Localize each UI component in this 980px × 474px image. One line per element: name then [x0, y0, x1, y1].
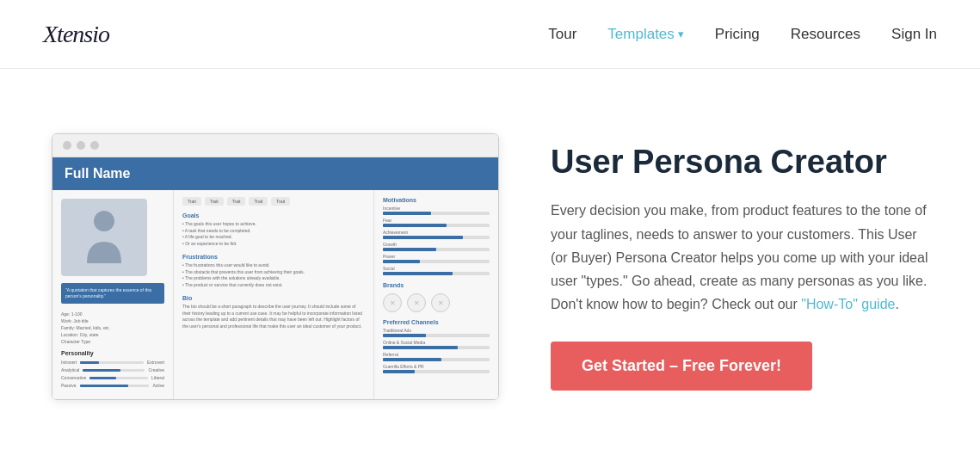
- persona-avatar: [61, 199, 147, 276]
- persona-left-col: "A quotation that captures the essence o…: [52, 190, 173, 399]
- nav-tour[interactable]: Tour: [548, 26, 576, 43]
- frustrations-section: Frustrations • The frustrations this use…: [182, 254, 365, 288]
- channel-guerrilla: Guerrilla Efforts & PR: [383, 364, 490, 373]
- brand-3: ✕: [431, 293, 450, 312]
- howto-link[interactable]: "How-To" guide: [801, 297, 895, 311]
- channel-traditional: Traditional Ads: [383, 328, 490, 337]
- persona-middle-col: Trait Trait Trait Trait Trait Goals • Th…: [173, 190, 373, 399]
- brands-heading: Brands: [383, 282, 490, 288]
- channels-section: Preferred Channels Traditional Ads Onlin…: [383, 319, 490, 373]
- goals-heading: Goals: [182, 212, 365, 219]
- goals-section: Goals • The goals this user hopes to ach…: [182, 212, 365, 247]
- personality-section: Personality Introvert Extrovert Analytic…: [61, 350, 164, 388]
- main-nav: Tour Templates Pricing Resources Sign In: [548, 26, 937, 43]
- nav-templates[interactable]: Templates: [607, 26, 683, 43]
- persona-preview: Full Name "A quotation that captur: [52, 133, 499, 400]
- bio-heading: Bio: [182, 295, 365, 301]
- personality-row-1: Introvert Extrovert: [61, 360, 164, 365]
- bio-text: The bio should be a short paragraph to d…: [182, 304, 365, 329]
- motiv-incentive: Incentive: [383, 206, 490, 215]
- bio-section: Bio The bio should be a short paragraph …: [182, 295, 365, 329]
- motivations-heading: Motivations: [383, 197, 490, 203]
- motiv-achievement: Achievement: [383, 230, 490, 239]
- browser-bar: [52, 134, 498, 157]
- site-header: Xtensio Tour Templates Pricing Resources…: [0, 0, 980, 69]
- channel-online: Online & Social Media: [383, 340, 490, 349]
- brands-section: Brands ✕ ✕ ✕: [383, 282, 490, 312]
- browser-dot-1: [63, 141, 71, 150]
- motiv-social: Social: [383, 266, 490, 275]
- brand-2: ✕: [407, 293, 426, 312]
- persona-info: Age: 1-100 Work: Job title Family: Marri…: [61, 311, 164, 345]
- brand-1: ✕: [383, 293, 402, 312]
- site-logo[interactable]: Xtensio: [43, 21, 109, 48]
- browser-dot-3: [90, 141, 99, 150]
- persona-header: Full Name: [52, 157, 498, 190]
- motiv-fear: Fear: [383, 218, 490, 227]
- persona-frame: Full Name "A quotation that captur: [52, 157, 498, 399]
- motiv-power: Power: [383, 254, 490, 263]
- svg-point-0: [94, 211, 114, 231]
- nav-resources[interactable]: Resources: [791, 26, 860, 43]
- personality-row-2: Analytical Creative: [61, 367, 164, 372]
- browser-mockup: Full Name "A quotation that captur: [52, 133, 499, 400]
- personality-title: Personality: [61, 350, 164, 356]
- persona-right-col: Motivations Incentive Fear: [373, 190, 498, 399]
- traits-row: Trait Trait Trait Trait Trait: [182, 197, 365, 206]
- motivations-section: Motivations Incentive Fear: [383, 197, 490, 275]
- brands-row: ✕ ✕ ✕: [383, 293, 490, 312]
- nav-pricing[interactable]: Pricing: [715, 26, 760, 43]
- channel-referral: Referral: [383, 352, 490, 361]
- persona-quote: "A quotation that captures the essence o…: [61, 283, 164, 304]
- text-content: User Persona Creator Every decision you …: [551, 134, 928, 400]
- personality-row-3: Conservative Liberal: [61, 375, 164, 380]
- frustrations-heading: Frustrations: [182, 254, 365, 260]
- channels-heading: Preferred Channels: [383, 319, 490, 325]
- personality-row-4: Passive Active: [61, 383, 164, 388]
- nav-signin[interactable]: Sign In: [891, 26, 937, 43]
- cta-button[interactable]: Get Started – Free Forever!: [551, 342, 812, 391]
- persona-body: "A quotation that captures the essence o…: [52, 190, 498, 399]
- page-title: User Persona Creator: [551, 143, 928, 182]
- browser-dot-2: [77, 141, 85, 150]
- motiv-growth: Growth: [383, 242, 490, 251]
- main-content: Full Name "A quotation that captur: [0, 69, 980, 465]
- page-description: Every decision you make, from product fe…: [551, 199, 928, 316]
